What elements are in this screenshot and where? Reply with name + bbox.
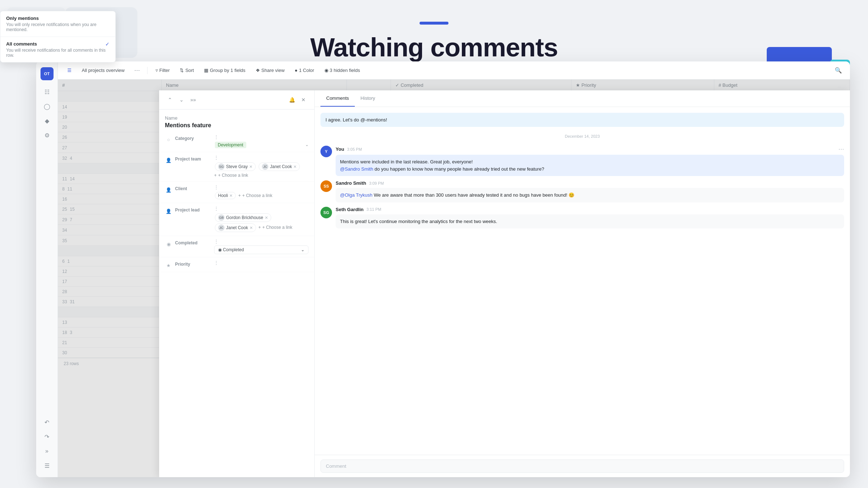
team-icon: 👤 bbox=[165, 157, 172, 164]
remove-steve-btn[interactable]: ✕ bbox=[249, 164, 252, 169]
lead-value: ⋮ GB Gordon Brickhouse ✕ JC bbox=[214, 206, 309, 233]
seth-comment-content: Seth Gardlin 3:11 PM This is great! Let'… bbox=[336, 207, 844, 229]
client-more-btn[interactable]: ⋮ bbox=[214, 185, 309, 190]
tab-comments[interactable]: Comments bbox=[320, 90, 355, 107]
comments-body: I agree. Let's do @-mentions! December 1… bbox=[315, 107, 850, 455]
filter-icon: ▿ bbox=[156, 68, 158, 73]
client-hooli: Hooli ✕ bbox=[215, 192, 236, 199]
sidebar-icon-list[interactable]: ☰ bbox=[41, 460, 53, 471]
team-value: ⋮ SG Steve Gray ✕ JC Janet bbox=[214, 155, 309, 179]
category-icon: ○ bbox=[165, 136, 172, 143]
toolbar-hidden-btn[interactable]: ◉ 3 hidden fields bbox=[321, 66, 364, 74]
add-client-btn[interactable]: + + Choose a link bbox=[238, 192, 272, 199]
row-title-area: Name Mentions feature bbox=[159, 110, 314, 132]
sidebar-icon-expand[interactable]: » bbox=[41, 445, 53, 457]
toolbar-search-btn[interactable]: 🔍 bbox=[833, 65, 844, 76]
sidebar-icon-shield[interactable]: ◆ bbox=[41, 115, 53, 127]
toolbar-sort-btn[interactable]: ⇅ Sort bbox=[176, 66, 197, 74]
field-priority: ★ Priority ⋮ bbox=[159, 257, 314, 272]
suggested-reply[interactable]: I agree. Let's do @-mentions! bbox=[320, 113, 844, 127]
field-completed: ◉ Completed ⋮ ◉ Completed ⌄ bbox=[159, 236, 314, 257]
lead-gordon: GB Gordon Brickhouse ✕ bbox=[215, 213, 271, 222]
priority-more-btn[interactable]: ⋮ bbox=[214, 260, 309, 265]
completed-icon: ◉ bbox=[165, 240, 172, 248]
close-panel-btn[interactable]: ✕ bbox=[298, 95, 309, 105]
field-category: ○ Category ⋮ Development ⌄ bbox=[159, 132, 314, 152]
row-detail: ⌃ ⌄ »» 🔔 Only mention bbox=[159, 90, 315, 477]
you-comment-more[interactable]: ⋯ bbox=[838, 146, 844, 153]
toolbar-group-btn[interactable]: ▦ Group by 1 fields bbox=[200, 66, 249, 74]
comment-input[interactable] bbox=[320, 459, 844, 473]
janet-avatar: JC bbox=[262, 163, 268, 170]
table-area: # Name ✓ Completed ★ Priority # Budget bbox=[58, 80, 850, 477]
seth-author: Seth Gardlin bbox=[336, 207, 363, 212]
row-detail-header: ⌃ ⌄ »» 🔔 Only mention bbox=[159, 90, 314, 110]
client-icon: 👤 bbox=[165, 186, 172, 193]
sidebar-icon-grid[interactable]: ☷ bbox=[41, 86, 53, 98]
team-member-janet: JC Janet Cook ✕ bbox=[259, 162, 300, 171]
completed-value: ⋮ ◉ Completed ⌄ bbox=[214, 239, 309, 254]
steve-avatar: SG bbox=[218, 163, 225, 170]
toolbar: ☰ All projects overview ⋯ ▿ Filter ⇅ Sor… bbox=[58, 61, 850, 80]
comments-panel: Comments History I agree. Let's do @-men… bbox=[315, 90, 850, 477]
sandro-time: 3:09 PM bbox=[369, 181, 384, 185]
notify-bell-btn[interactable]: 🔔 Only mentions You will only receive no… bbox=[287, 95, 297, 105]
priority-icon: ★ bbox=[165, 262, 172, 269]
toolbar-filter-btn[interactable]: ▿ Filter bbox=[152, 66, 174, 74]
sidebar-icon-undo[interactable]: ↶ bbox=[41, 416, 53, 428]
nav-up-btn[interactable]: ⌃ bbox=[165, 95, 175, 105]
comment-seth: SG Seth Gardlin 3:11 PM This is great! L… bbox=[320, 207, 844, 229]
remove-janet-btn[interactable]: ✕ bbox=[293, 164, 297, 169]
toolbar-share-btn[interactable]: ❖ Share view bbox=[252, 66, 288, 74]
janet-lead-avatar: JC bbox=[218, 224, 225, 231]
you-time: 3:05 PM bbox=[347, 147, 362, 151]
toolbar-color-btn[interactable]: ● 1 Color bbox=[291, 66, 318, 74]
sidebar-icon-gear[interactable]: ⚙ bbox=[41, 129, 53, 141]
field-more-btn[interactable]: ⋮ bbox=[214, 134, 309, 140]
remove-gordon-btn[interactable]: ✕ bbox=[265, 215, 268, 220]
row-title-field-label: Name bbox=[165, 115, 309, 121]
lead-icon: 👤 bbox=[165, 207, 172, 215]
sidebar-icon-redo[interactable]: ↷ bbox=[41, 431, 53, 442]
toolbar-more-btn[interactable]: ⋯ bbox=[131, 65, 143, 76]
field-client: 👤 Client ⋮ Hooli ✕ + bbox=[159, 182, 314, 203]
row-title-value[interactable]: Mentions feature bbox=[165, 122, 309, 129]
you-avatar: Y bbox=[320, 146, 332, 157]
completed-dropdown[interactable]: ◉ Completed ⌄ bbox=[214, 245, 309, 254]
sidebar: OT ☷ ◯ ◆ ⚙ ↶ ↷ » ☰ bbox=[36, 61, 58, 477]
seth-comment-meta: Seth Gardlin 3:11 PM bbox=[336, 207, 844, 212]
remove-hooli-btn[interactable]: ✕ bbox=[229, 193, 233, 198]
remove-janet-lead-btn[interactable]: ✕ bbox=[250, 226, 253, 230]
sidebar-icon-circle[interactable]: ◯ bbox=[41, 100, 53, 112]
nav-down-btn[interactable]: ⌄ bbox=[176, 95, 187, 105]
comment-input-area bbox=[315, 455, 850, 477]
sandro-avatar: SS bbox=[320, 180, 332, 192]
toolbar-view-label[interactable]: All projects overview bbox=[78, 66, 128, 74]
sandro-comment-bubble: @Olga Trykush We are aware that more tha… bbox=[336, 188, 844, 202]
tag-dropdown-icon[interactable]: ⌄ bbox=[305, 142, 309, 147]
toolbar-list-icon: ☰ bbox=[64, 66, 75, 74]
category-tag[interactable]: Development bbox=[215, 142, 246, 148]
eye-icon: ◉ bbox=[324, 68, 328, 73]
row-actions: 🔔 Only mentions You will only receive no… bbox=[287, 95, 309, 105]
field-project-team: 👤 Project team ⋮ SG Steve Gray ✕ bbox=[159, 152, 314, 182]
avatar[interactable]: OT bbox=[41, 67, 54, 80]
panel-overlay[interactable]: ⌃ ⌄ »» 🔔 Only mention bbox=[58, 80, 850, 477]
lead-more-btn[interactable]: ⋮ bbox=[214, 206, 309, 211]
sort-icon: ⇅ bbox=[180, 68, 184, 73]
client-value: ⋮ Hooli ✕ + + Choose a link bbox=[214, 185, 309, 200]
date-separator: December 14, 2023 bbox=[320, 134, 844, 138]
sandro-author: Sandro Smith bbox=[336, 180, 366, 186]
sandro-comment-meta: Sandro Smith 3:09 PM bbox=[336, 180, 844, 186]
nav-expand-btn[interactable]: »» bbox=[188, 95, 198, 105]
seth-avatar: SG bbox=[320, 207, 332, 218]
row-detail-panel: ⌃ ⌄ »» 🔔 Only mention bbox=[159, 90, 850, 477]
tab-history[interactable]: History bbox=[355, 90, 381, 107]
add-team-member-btn[interactable]: + + Choose a link bbox=[214, 172, 248, 179]
dropdown-arrow: ⌄ bbox=[301, 247, 305, 252]
add-lead-btn[interactable]: + + Choose a link bbox=[258, 224, 292, 231]
team-more-btn[interactable]: ⋮ bbox=[214, 155, 309, 160]
completed-more-btn[interactable]: ⋮ bbox=[214, 239, 309, 244]
comments-header: Comments History bbox=[315, 90, 850, 107]
group-icon: ▦ bbox=[204, 68, 208, 73]
